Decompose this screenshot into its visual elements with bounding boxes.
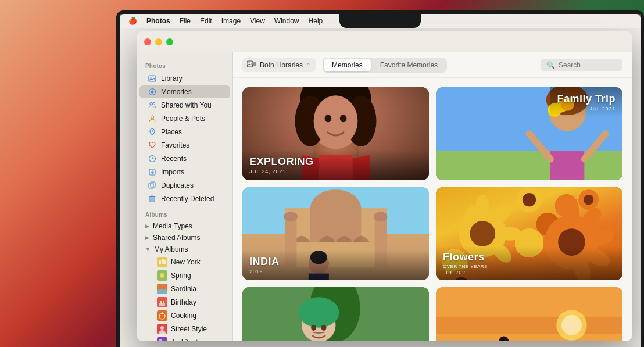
svg-point-71 [374,212,387,222]
svg-rect-22 [159,260,161,264]
flowers-title: Flowers [443,251,616,263]
favorites-icon [148,141,157,150]
search-icon: 🔍 [546,61,555,69]
india-label: INDIA 2019 [242,250,429,280]
toolbar: Both Libraries ⌃ Memories Favorite Memor… [233,52,632,78]
svg-point-52 [325,115,332,122]
sidebar-item-places[interactable]: Places [139,126,230,138]
album-cooking[interactable]: Cooking [139,309,230,322]
my-albums-label: My Albums [154,245,188,253]
menubar-edit[interactable]: Edit [196,14,216,28]
svg-point-43 [249,62,250,63]
svg-point-8 [150,103,152,105]
svg-rect-16 [151,182,155,187]
places-label: Places [161,128,182,136]
spring-thumb [157,270,167,281]
architecture-label: Architecture [171,338,208,341]
sidebar-item-duplicates[interactable]: Duplicates [139,179,230,192]
recents-icon [148,154,157,163]
menubar-photos[interactable]: Photos [142,14,174,28]
svg-point-1 [151,77,152,78]
recently-deleted-label: Recently Deleted [161,195,214,203]
close-button[interactable] [144,38,151,45]
album-architecture[interactable]: Architecture [139,336,230,341]
imports-icon [148,167,157,177]
summer-scene [242,287,429,341]
people-label: People & Pets [161,115,205,123]
menubar-help[interactable]: Help [305,14,327,28]
svg-point-11 [152,130,153,131]
main-area: Both Libraries ⌃ Memories Favorite Memor… [233,52,632,341]
family-trip-date: JUL 2021 [557,106,616,112]
svg-rect-31 [163,301,164,303]
album-birthday[interactable]: Birthday [139,296,230,309]
svg-point-91 [584,195,594,205]
svg-rect-15 [149,183,153,188]
exploring-label: EXPLORING JUL 24, 2021 [242,150,429,180]
favorites-label: Favorites [161,141,189,149]
maximize-button[interactable] [166,38,173,45]
svg-point-10 [151,116,154,119]
shared-albums-group[interactable]: ▶ Shared Albums [137,232,232,244]
new-york-label: New York [171,258,201,266]
search-input[interactable] [559,61,617,69]
sidebar-item-shared[interactable]: Shared with You [139,99,230,112]
menubar-image[interactable]: Image [217,14,245,28]
segment-memories[interactable]: Memories [324,59,371,71]
album-spring[interactable]: Spring [139,269,230,282]
memory-card-flowers[interactable]: Flowers OVER THE YEARS JUL 2021 [436,187,622,280]
sidebar-item-library[interactable]: Library [139,72,230,85]
menubar-file[interactable]: File [176,14,195,28]
titlebar [137,31,632,52]
menubar-window[interactable]: Window [270,14,303,28]
sidebar-item-people[interactable]: People & Pets [139,112,230,125]
segment-favorite-memories[interactable]: Favorite Memories [372,59,446,71]
sidebar-item-recents[interactable]: Recents [139,152,230,165]
svg-point-51 [314,95,358,146]
sidebar-item-memories[interactable]: Memories [139,85,230,98]
exploring-title: EXPLORING [249,156,422,168]
sidebar-item-imports[interactable]: Imports [139,166,230,178]
svg-point-99 [311,325,316,331]
sardinia-thumb [157,284,167,294]
memory-card-family-trip[interactable]: Family Trip JUL 2021 [436,87,622,180]
family-trip-title: Family Trip [557,93,616,105]
flowers-label: Flowers OVER THE YEARS JUL 2021 [436,246,622,280]
svg-rect-29 [159,303,165,306]
sidebar-item-recently-deleted[interactable]: Recently Deleted [139,192,230,205]
album-street-style[interactable]: Street Style [139,323,230,335]
people-icon [148,114,157,123]
media-types-label: Media Types [153,222,192,230]
photo-grid: EXPLORING JUL 24, 2021 [233,78,632,341]
memory-card-exploring[interactable]: EXPLORING JUL 24, 2021 [242,87,429,180]
library-label: Both Libraries [260,61,303,69]
cooking-thumb [157,310,167,321]
album-new-york[interactable]: New York [139,256,230,269]
svg-point-53 [340,115,347,122]
sidebar-item-favorites[interactable]: Favorites [139,139,230,152]
svg-point-108 [561,315,582,335]
memory-card-summer[interactable]: Summer 2017 [242,287,429,341]
memory-card-india[interactable]: INDIA 2019 [242,187,429,280]
library-switcher[interactable]: Both Libraries ⌃ [242,58,316,72]
svg-point-89 [523,193,536,206]
library-icon [247,60,256,70]
svg-rect-104 [436,317,622,334]
media-types-group[interactable]: ▶ Media Types [137,220,232,232]
minimize-button[interactable] [155,38,162,45]
memory-card-beach-days[interactable]: BEACH DAYS 2019 [436,287,622,341]
macbook-frame: 🍎 Photos File Edit Image View Window Hel… [116,10,644,347]
svg-point-79 [498,227,522,240]
street-style-thumb [157,324,167,334]
apple-menu[interactable]: 🍎 [124,14,141,28]
sardinia-label: Sardinia [171,285,196,293]
svg-point-26 [160,273,164,278]
duplicates-icon [148,181,157,190]
menubar-view[interactable]: View [246,14,269,28]
svg-rect-24 [164,260,166,264]
my-albums-group[interactable]: ▼ My Albums [137,244,232,255]
street-style-label: Street Style [171,325,207,333]
library-label: Library [161,74,183,83]
album-sardinia[interactable]: Sardinia [139,282,230,295]
my-albums-chevron: ▼ [145,246,151,252]
